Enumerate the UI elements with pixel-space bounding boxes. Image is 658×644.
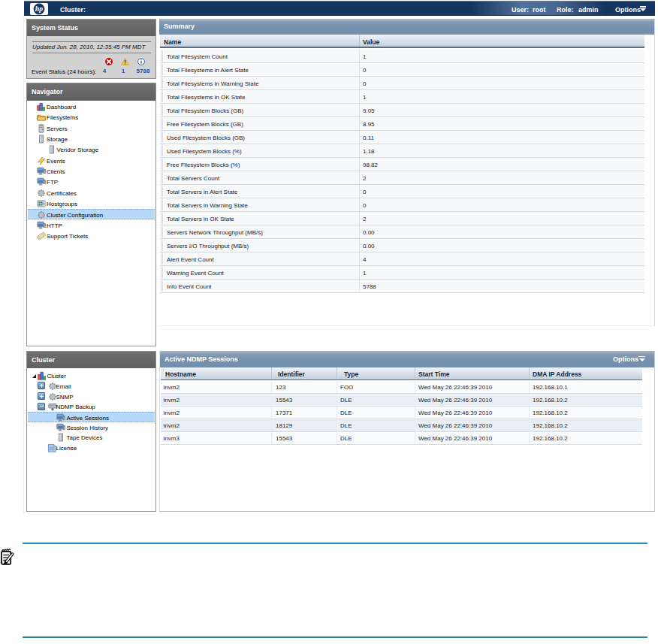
svg-text:hp: hp xyxy=(35,5,42,13)
